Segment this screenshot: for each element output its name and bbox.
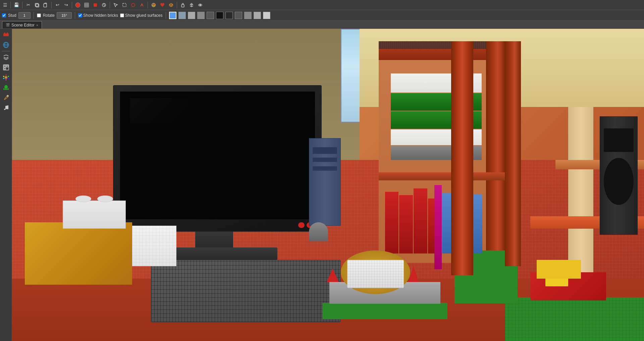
color-swatch-7[interactable] bbox=[235, 12, 242, 19]
scene-canvas bbox=[12, 29, 644, 341]
shelf-center-divider bbox=[451, 41, 473, 275]
tab-bar: 🎬 Scene Editor × bbox=[0, 21, 644, 29]
svg-point-39 bbox=[8, 76, 9, 77]
svg-point-48 bbox=[7, 89, 8, 90]
hamburger-menu[interactable]: ☰ bbox=[1, 1, 9, 9]
save-button[interactable]: 💾 bbox=[12, 1, 20, 9]
sidebar-btn-template[interactable] bbox=[1, 63, 11, 72]
svg-point-38 bbox=[5, 74, 7, 76]
select2-button[interactable] bbox=[120, 1, 128, 9]
sep-t1 bbox=[34, 12, 34, 19]
stud-input[interactable] bbox=[18, 12, 31, 19]
color-swatch-4[interactable] bbox=[207, 12, 214, 19]
rotate-input[interactable] bbox=[57, 12, 72, 19]
grid-button[interactable] bbox=[83, 1, 91, 9]
monitor-body bbox=[113, 85, 322, 232]
lock-button[interactable] bbox=[179, 1, 187, 9]
sidebar-btn-globe[interactable] bbox=[1, 40, 11, 50]
svg-point-49 bbox=[7, 95, 8, 97]
svg-point-37 bbox=[5, 76, 7, 79]
paste-button[interactable] bbox=[42, 1, 50, 9]
cut-button[interactable]: ✂ bbox=[24, 1, 32, 9]
sep-6 bbox=[148, 2, 148, 8]
main-area bbox=[0, 29, 644, 341]
visibility-button[interactable] bbox=[196, 1, 204, 9]
sidebar-btn-paint[interactable] bbox=[1, 93, 11, 102]
svg-point-46 bbox=[4, 89, 5, 90]
lasso-button[interactable] bbox=[129, 1, 137, 9]
svg-point-50 bbox=[4, 109, 5, 110]
color-swatch-9[interactable] bbox=[254, 12, 261, 19]
svg-rect-11 bbox=[123, 3, 126, 7]
svg-point-26 bbox=[200, 4, 201, 5]
svg-rect-29 bbox=[7, 33, 8, 34]
rotate-checkbox[interactable] bbox=[37, 13, 41, 17]
color-swatch-8[interactable] bbox=[244, 12, 252, 19]
svg-point-41 bbox=[5, 79, 7, 80]
color-swatch-3[interactable] bbox=[197, 12, 205, 19]
color-swatch-2[interactable] bbox=[188, 12, 195, 19]
color-swatch-0[interactable] bbox=[169, 12, 176, 19]
svg-point-43 bbox=[3, 76, 4, 77]
hinge-button[interactable] bbox=[100, 1, 108, 9]
heart-button[interactable] bbox=[158, 1, 166, 9]
sidebar-btn-layers[interactable] bbox=[1, 53, 11, 62]
sep-t3 bbox=[166, 12, 166, 19]
monitor-led bbox=[298, 222, 305, 228]
svg-point-47 bbox=[5, 89, 6, 90]
snap-button[interactable] bbox=[91, 1, 99, 9]
yellow-box bbox=[25, 222, 132, 285]
undo-button[interactable]: ↩ bbox=[53, 1, 61, 9]
paint-button[interactable] bbox=[138, 1, 146, 9]
speaker-right bbox=[600, 116, 638, 235]
scene-editor-tab-icon: 🎬 bbox=[6, 23, 10, 27]
color-swatch-6[interactable] bbox=[225, 12, 233, 19]
sidebar-btn-music[interactable] bbox=[1, 103, 11, 112]
svg-point-42 bbox=[3, 78, 4, 79]
show-glued-checkbox[interactable] bbox=[120, 13, 124, 17]
svg-point-17 bbox=[153, 5, 154, 6]
svg-point-12 bbox=[131, 3, 135, 7]
color-tool-button[interactable] bbox=[74, 1, 82, 9]
stud-label: Stud bbox=[8, 13, 16, 18]
show-glued-label: Show glued surfaces bbox=[125, 13, 162, 18]
show-hidden-label: Show hidden bricks bbox=[83, 13, 118, 18]
scene-editor-tab-close[interactable]: × bbox=[36, 23, 38, 27]
sidebar-btn-brick[interactable] bbox=[1, 30, 11, 40]
redo-button[interactable]: ↪ bbox=[62, 1, 70, 9]
keyboard bbox=[151, 260, 340, 322]
color-swatch-10[interactable] bbox=[263, 12, 270, 19]
svg-rect-2 bbox=[44, 4, 47, 7]
menu-bar: ☰ 💾 ✂ ↩ ↪ bbox=[0, 0, 644, 10]
color-swatch-1[interactable] bbox=[178, 12, 186, 19]
svg-point-3 bbox=[75, 3, 80, 7]
svg-rect-35 bbox=[6, 65, 8, 67]
svg-rect-36 bbox=[4, 68, 6, 69]
svg-rect-21 bbox=[181, 5, 184, 7]
rotate-label: Rotate bbox=[43, 13, 55, 18]
svg-rect-9 bbox=[94, 3, 97, 7]
svg-point-15 bbox=[153, 4, 154, 5]
stud-checkbox[interactable] bbox=[2, 13, 6, 17]
show-hidden-group: Show hidden bricks bbox=[78, 13, 118, 18]
right-wall-trim bbox=[568, 107, 593, 279]
sep-4 bbox=[72, 2, 72, 8]
select-button[interactable] bbox=[112, 1, 120, 9]
sep-2 bbox=[22, 2, 22, 8]
box-button[interactable] bbox=[167, 1, 175, 9]
scene-editor-tab[interactable]: 🎬 Scene Editor × bbox=[2, 21, 42, 29]
show-hidden-checkbox[interactable] bbox=[78, 13, 82, 17]
svg-rect-28 bbox=[4, 33, 5, 34]
sidebar-btn-environment[interactable] bbox=[1, 83, 11, 92]
svg-point-16 bbox=[154, 4, 155, 5]
anchor-button[interactable] bbox=[187, 1, 196, 9]
sep-7 bbox=[177, 2, 177, 8]
copy-button[interactable] bbox=[33, 1, 41, 9]
sidebar-btn-effects[interactable] bbox=[1, 73, 11, 82]
show-glued-group: Show glued surfaces bbox=[120, 13, 162, 18]
palette-button[interactable] bbox=[150, 1, 158, 9]
monitor-base-foot bbox=[164, 247, 277, 260]
viewport[interactable] bbox=[12, 29, 644, 341]
svg-point-44 bbox=[4, 85, 8, 89]
color-swatch-5[interactable] bbox=[216, 12, 223, 19]
